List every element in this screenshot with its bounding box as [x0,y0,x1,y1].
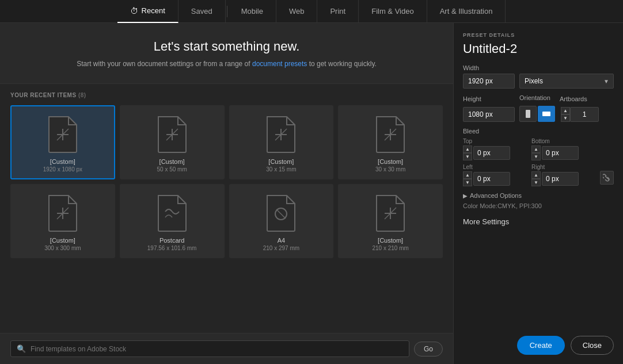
height-input[interactable] [463,107,515,122]
bleed-fields-row: Top ▲ ▼ Bottom ▲ [463,138,614,186]
tab-recent-label: Recent [142,6,165,15]
item-4-size: 300 x 300 mm [44,245,81,251]
bleed-right-down[interactable]: ▼ [531,179,541,186]
portrait-button[interactable] [519,106,537,122]
bleed-bottom-up[interactable]: ▲ [531,145,541,153]
item-5-name: Postcard [159,237,184,244]
bleed-bottom-label: Bottom [531,138,597,144]
bleed-bottom-down[interactable]: ▼ [531,153,541,160]
search-icon: 🔍 [17,344,26,353]
bleed-bottom-field: Bottom ▲ ▼ [531,138,597,160]
bleed-section: Bleed Top ▲ ▼ [463,128,614,186]
recent-item-1[interactable]: [Custom] 50 x 50 mm [120,105,225,179]
tab-print[interactable]: Print [317,0,359,23]
bleed-left-input-row: ▲ ▼ [463,171,528,186]
create-button[interactable]: Create [517,336,565,355]
bleed-grid: Top ▲ ▼ Bottom ▲ [463,138,597,186]
unit-select-wrap: Pixels Inches Centimeters Millimeters Po… [519,74,614,89]
item-1-size: 50 x 50 mm [157,166,187,173]
width-input[interactable] [463,74,515,89]
bleed-link-button[interactable] [600,171,614,185]
bleed-top-input-row: ▲ ▼ [463,145,528,160]
item-0-size: 1920 x 1080 px [43,166,82,173]
clock-icon: ⏱ [130,6,138,16]
hero-subtitle-before: Start with your own document settings or… [77,60,252,68]
bleed-label: Bleed [463,128,614,135]
tab-web[interactable]: Web [276,0,318,23]
svg-rect-20 [542,112,550,116]
orientation-label: Orientation [519,94,555,101]
bleed-top-down[interactable]: ▼ [463,153,472,160]
preset-name[interactable]: Untitled-2 [463,41,614,56]
hero-title: Let's start something new. [12,39,442,54]
search-input[interactable] [31,345,403,353]
chevron-right-icon: ▶ [463,193,468,199]
bleed-bottom-input[interactable] [542,146,579,160]
close-button[interactable]: Close [571,336,614,355]
bleed-left-input[interactable] [473,172,510,186]
artboards-down-button[interactable]: ▼ [561,114,570,122]
more-settings-button[interactable]: More Settings [463,217,614,226]
recent-item-6[interactable]: A4 210 x 297 mm [229,184,334,258]
bleed-right-input-row: ▲ ▼ [531,171,597,186]
landscape-button[interactable] [538,106,555,122]
bleed-left-up[interactable]: ▲ [463,171,472,179]
recent-item-0[interactable]: [Custom] 1920 x 1080 px [10,105,115,179]
bleed-right-spin: ▲ ▼ [531,171,541,186]
item-7-size: 210 x 210 mm [372,245,408,251]
bleed-top-label: Top [463,138,528,144]
width-label: Width [463,64,614,71]
bleed-right-input[interactable] [542,172,579,186]
doc-icon-1 [156,116,188,154]
doc-icon-6 [265,194,297,232]
bleed-right-up[interactable]: ▲ [531,171,541,179]
width-row: Pixels Inches Centimeters Millimeters Po… [463,74,614,89]
bleed-bottom-input-row: ▲ ▼ [531,145,597,160]
height-label: Height [463,95,515,102]
bleed-left-down[interactable]: ▼ [463,179,472,186]
search-bar: 🔍 Go [0,333,453,364]
item-6-name: A4 [278,237,285,244]
artboards-label: Artboards [560,95,599,102]
bleed-top-up[interactable]: ▲ [463,145,472,153]
recent-header-text: YOUR RECENT ITEMS [10,92,77,98]
item-3-size: 30 x 30 mm [375,166,405,173]
bleed-right-field: Right ▲ ▼ [531,164,597,186]
recent-item-7[interactable]: [Custom] 210 x 210 mm [338,184,443,258]
item-3-name: [Custom] [378,158,403,165]
artboards-up-button[interactable]: ▲ [561,107,570,114]
document-presets-link[interactable]: document presets [252,60,307,68]
left-panel: Let's start something new. Start with yo… [0,23,453,364]
doc-icon-0 [47,116,79,154]
tab-saved-label: Saved [191,7,212,16]
search-input-wrap: 🔍 [10,340,409,357]
recent-item-2[interactable]: [Custom] 30 x 15 mm [229,105,334,179]
tab-recent[interactable]: ⏱ Recent [117,0,178,23]
artboards-spin-arrows: ▲ ▼ [561,107,570,122]
artboards-spinner: ▲ ▼ [560,107,599,122]
hero-subtitle-after: to get working quickly. [307,60,377,68]
tab-art-illustration[interactable]: Art & Illustration [427,0,506,23]
recent-item-3[interactable]: [Custom] 30 x 30 mm [338,105,443,179]
artboards-input[interactable] [570,107,599,122]
recent-item-4[interactable]: [Custom] 300 x 300 mm [10,184,115,258]
tab-mobile[interactable]: Mobile [229,0,276,23]
tab-film-video[interactable]: Film & Video [359,0,427,23]
nav-divider [227,6,227,17]
recent-header: YOUR RECENT ITEMS (8) [10,92,443,98]
advanced-options-toggle[interactable]: ▶ Advanced Options [463,192,614,199]
bleed-top-input[interactable] [473,146,510,160]
height-group: Height [463,95,515,122]
bottom-buttons: Create Close [463,330,614,355]
height-orient-row: Height Orientation [463,94,614,122]
unit-select[interactable]: Pixels Inches Centimeters Millimeters Po… [519,74,614,89]
doc-icon-2 [265,116,297,154]
bleed-top-spin: ▲ ▼ [463,145,472,160]
bleed-bottom-spin: ▲ ▼ [531,145,541,160]
tab-saved[interactable]: Saved [178,0,226,23]
recent-item-5[interactable]: Postcard 197.56 x 101.6 mm [120,184,225,258]
advanced-options-label: Advanced Options [470,192,522,199]
item-1-name: [Custom] [159,158,185,165]
doc-icon-7 [374,194,407,232]
search-go-button[interactable]: Go [414,342,443,357]
